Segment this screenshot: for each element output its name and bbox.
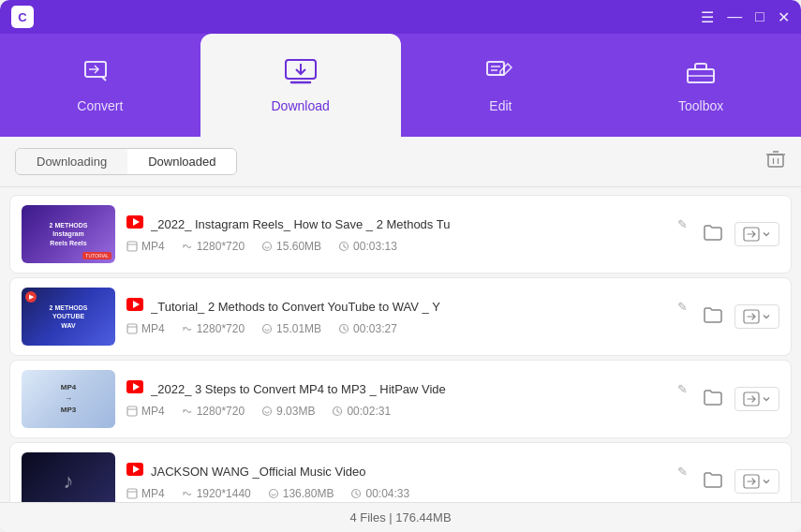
dropdown-arrow-icon <box>762 394 771 404</box>
delete-all-button[interactable] <box>765 149 786 174</box>
sub-tab-downloading[interactable]: Downloading <box>16 149 127 174</box>
svg-rect-8 <box>768 155 783 167</box>
edit-icon <box>483 58 517 93</box>
tab-convert[interactable]: Convert <box>0 34 200 137</box>
format-meta: MP4 <box>126 240 165 253</box>
format-meta: MP4 <box>126 322 165 335</box>
video-info: JACKSON WANG _Official Music Video ✎ MP4 <box>126 463 688 500</box>
maximize-button[interactable]: □ <box>755 8 764 25</box>
svg-rect-29 <box>127 406 137 416</box>
resolution-meta: 1280*720 <box>182 322 245 335</box>
video-meta: MP4 1920*1440 136.80 <box>126 487 688 500</box>
title-edit-icon[interactable]: ✎ <box>677 465 688 479</box>
resolution-icon <box>182 406 193 417</box>
sub-tab-downloaded[interactable]: Downloaded <box>127 149 236 174</box>
title-edit-icon[interactable]: ✎ <box>677 217 688 231</box>
tab-convert-label: Convert <box>77 98 123 113</box>
video-info: _Tutorial_ 2 Methods to Convert YouTube … <box>126 298 688 335</box>
file-summary: 4 Files | 176.44MB <box>349 510 451 525</box>
format-icon <box>126 323 138 334</box>
svg-rect-36 <box>127 489 137 498</box>
video-meta: MP4 1280*720 15.01MB <box>126 322 688 335</box>
toolbox-icon <box>684 58 718 93</box>
tab-download-label: Download <box>271 98 329 113</box>
convert-format-button[interactable] <box>734 222 779 246</box>
app-window: C ☰ — □ ✕ Convert <box>0 0 801 532</box>
video-thumbnail: 2 METHODSInstagramReels Reels TUTORIAL <box>22 205 115 263</box>
resolution-meta: 1920*1440 <box>182 487 251 500</box>
youtube-icon <box>126 380 143 397</box>
window-controls: ☰ — □ ✕ <box>701 8 790 26</box>
title-bar: C ☰ — □ ✕ <box>0 0 801 34</box>
video-actions <box>699 302 779 332</box>
list-item: ♪ JACKSON WANG _Official Music Video ✎ <box>9 442 792 502</box>
svg-rect-3 <box>487 62 504 75</box>
video-meta: MP4 1280*720 15.60MB <box>126 240 688 253</box>
video-meta: MP4 1280*720 9.03MB <box>126 405 688 418</box>
video-thumbnail: MP4→MP3 <box>22 370 115 428</box>
format-icon <box>126 406 138 417</box>
svg-point-38 <box>269 490 277 498</box>
close-button[interactable]: ✕ <box>778 8 790 26</box>
video-info: _2022_ 3 Steps to Convert MP4 to MP3 _ H… <box>126 380 688 418</box>
list-item: 2 METHODSInstagramReels Reels TUTORIAL _… <box>9 195 792 273</box>
format-icon <box>126 241 138 252</box>
dropdown-arrow-icon <box>762 312 771 321</box>
format-meta: MP4 <box>126 487 165 500</box>
size-icon <box>268 488 279 499</box>
size-meta: 136.80MB <box>268 487 334 500</box>
duration-meta: 00:03:27 <box>338 322 397 335</box>
video-title: _Tutorial_ 2 Methods to Convert YouTube … <box>151 300 670 314</box>
size-icon <box>261 241 273 252</box>
list-item: MP4→MP3 _2022_ 3 Steps to Convert MP4 to… <box>9 360 792 438</box>
svg-point-31 <box>263 407 272 416</box>
video-thumbnail: ♪ <box>22 452 115 502</box>
minimize-button[interactable]: — <box>727 8 742 25</box>
convert-format-button[interactable] <box>734 387 779 411</box>
clock-icon <box>338 241 349 252</box>
format-meta: MP4 <box>126 405 165 418</box>
format-icon <box>126 488 138 499</box>
nav-tabs: Convert Download <box>0 34 801 137</box>
app-logo: C <box>11 6 34 28</box>
tab-edit[interactable]: Edit <box>401 34 601 137</box>
footer: 4 Files | 176.44MB <box>0 502 801 532</box>
title-edit-icon[interactable]: ✎ <box>677 300 688 314</box>
video-title: _2022_ Instagram Reels_ How to Save _ 2 … <box>151 217 670 231</box>
title-edit-icon[interactable]: ✎ <box>677 382 688 396</box>
dropdown-arrow-icon <box>762 229 771 239</box>
video-actions <box>699 219 779 250</box>
tab-download[interactable]: Download <box>200 34 401 137</box>
youtube-icon <box>126 215 143 232</box>
tab-edit-label: Edit <box>489 98 512 113</box>
size-icon <box>261 406 273 417</box>
resolution-meta: 1280*720 <box>182 240 245 253</box>
open-folder-button[interactable] <box>699 466 727 497</box>
resolution-icon <box>182 241 193 252</box>
resolution-meta: 1280*720 <box>182 405 245 418</box>
tab-toolbox-label: Toolbox <box>678 98 723 113</box>
video-info: _2022_ Instagram Reels_ How to Save _ 2 … <box>126 215 688 253</box>
tab-toolbox[interactable]: Toolbox <box>601 34 801 137</box>
open-folder-button[interactable] <box>699 384 727 415</box>
open-folder-button[interactable] <box>699 219 727 250</box>
open-folder-button[interactable] <box>699 302 727 332</box>
video-list: 2 METHODSInstagramReels Reels TUTORIAL _… <box>0 187 801 502</box>
video-actions <box>699 384 779 415</box>
clock-icon <box>338 323 349 334</box>
svg-rect-15 <box>127 242 137 251</box>
sub-tabs-bar: Downloading Downloaded <box>0 137 801 187</box>
convert-format-button[interactable] <box>734 469 779 494</box>
menu-icon[interactable]: ☰ <box>701 8 714 26</box>
svg-point-17 <box>263 243 272 251</box>
youtube-icon <box>126 298 143 315</box>
duration-meta: 00:03:13 <box>338 240 397 253</box>
svg-point-24 <box>263 325 272 333</box>
clock-icon <box>332 406 343 417</box>
duration-meta: 00:04:33 <box>350 487 409 500</box>
convert-format-button[interactable] <box>734 304 779 329</box>
resolution-icon <box>182 323 193 334</box>
list-item: 2 METHODSYOUTUBEWAV ▶ _Tutorial_ 2 Metho… <box>9 277 792 356</box>
dropdown-arrow-icon <box>762 477 771 486</box>
sub-tabs: Downloading Downloaded <box>15 148 237 175</box>
